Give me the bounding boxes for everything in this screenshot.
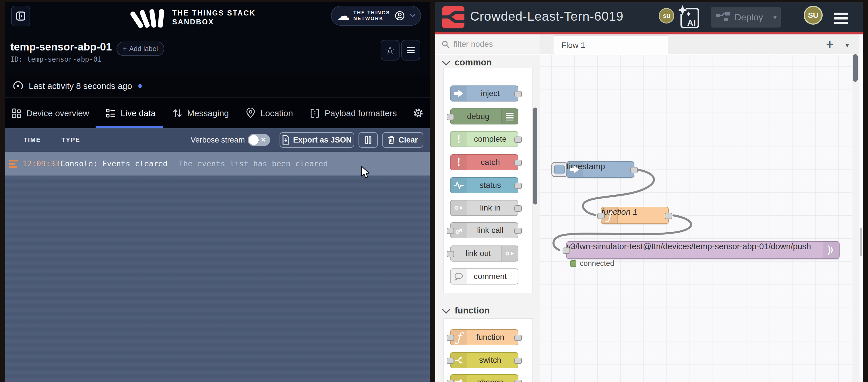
event-message: The events list has been cleared [179, 159, 328, 168]
input-port[interactable] [446, 358, 454, 364]
add-label-button[interactable]: + Add label [117, 42, 164, 56]
palette-category-common[interactable]: common [435, 56, 539, 69]
bang-icon: ! [451, 155, 467, 170]
input-port[interactable] [446, 380, 454, 382]
palette-category-function[interactable]: function [435, 304, 539, 317]
account-menu-button[interactable]: ☁ THE THINGS NETWORK [331, 6, 421, 26]
mouse-cursor [361, 166, 370, 179]
palette-node-link-call[interactable]: link call [450, 222, 518, 238]
input-port[interactable] [446, 251, 454, 257]
bang-icon: ! [451, 132, 467, 146]
sidebar-toggle-button[interactable] [11, 6, 30, 26]
output-port[interactable] [515, 183, 522, 189]
sparkle-icon [678, 5, 687, 15]
tab-payload-formatters[interactable]: Payload formatters [310, 108, 397, 118]
tab-messaging[interactable]: Messaging [172, 108, 229, 118]
palette-node-function[interactable]: ƒfunction [450, 329, 518, 345]
header-accent-bar [435, 32, 863, 34]
device-menu-button[interactable] [401, 40, 420, 61]
palette-node-link-in[interactable]: link in [450, 200, 518, 216]
nodered-logo [442, 6, 464, 28]
flow-list-caret[interactable]: ▾ [845, 41, 849, 49]
bookmark-button[interactable]: ☆ [381, 40, 400, 61]
event-stream-icon [9, 158, 19, 169]
broadcast-icon [12, 80, 24, 92]
palette-node-status[interactable]: status [450, 177, 518, 193]
gear-icon [412, 107, 424, 119]
flow-canvas[interactable]: connected timestampƒfunction 1v3/lwn-sim… [540, 55, 852, 382]
device-settings-button[interactable] [412, 107, 424, 120]
output-port[interactable] [665, 213, 672, 219]
mqtt-status: connected [570, 259, 614, 268]
output-port[interactable] [515, 335, 522, 341]
pause-stream-button[interactable] [359, 132, 378, 148]
filter-nodes-input[interactable] [453, 39, 532, 49]
tab-live-data[interactable]: Live data [105, 108, 156, 118]
clear-events-button[interactable]: Clear [382, 132, 423, 148]
flow-node-v3-lwn-simulator-test-ttn-devices-temp-sensor-abp-01-down-push[interactable]: v3/lwn-simulator-test@ttn/devices/temp-s… [566, 241, 840, 259]
input-port[interactable] [446, 335, 454, 341]
arrow-icon [451, 86, 467, 101]
ai-label: AI [687, 18, 696, 28]
output-port[interactable] [515, 160, 522, 166]
deploy-label: Deploy [735, 12, 763, 23]
pause-icon [365, 136, 371, 144]
output-port[interactable] [515, 380, 522, 382]
output-port[interactable] [515, 205, 522, 212]
canvas-scrollbar-thumb[interactable] [853, 54, 858, 82]
activity-indicator-dot [138, 84, 142, 88]
add-flow-button[interactable]: + [826, 37, 834, 51]
deploy-options-caret[interactable]: ▾ [769, 11, 777, 23]
main-menu-button[interactable] [834, 10, 848, 26]
device-tab-bar: Device overview Live data Messaging [5, 98, 430, 128]
output-port[interactable] [630, 167, 638, 173]
node-label: link call [467, 223, 514, 238]
input-port[interactable] [446, 228, 454, 234]
output-port[interactable] [515, 228, 522, 234]
input-port[interactable] [597, 213, 605, 219]
palette-node-inject[interactable]: inject [450, 85, 518, 102]
node-palette: commoninjectdebug!complete!catchstatusli… [435, 55, 540, 382]
canvas-scrollbar-track[interactable] [852, 55, 859, 382]
verbose-stream-toggle[interactable]: ✕ [248, 134, 270, 146]
tab-location[interactable]: Location [245, 108, 293, 118]
palette-node-complete[interactable]: !complete [450, 131, 518, 147]
palette-node-catch[interactable]: !catch [450, 154, 518, 170]
window-scrollbar-thumb[interactable] [860, 228, 862, 256]
palette-node-comment[interactable]: comment [450, 269, 518, 284]
flow-node-function-1[interactable]: ƒfunction 1 [601, 207, 669, 224]
export-json-button[interactable]: Export as JSON [280, 132, 354, 148]
palette-scrollbar-thumb[interactable] [533, 108, 537, 205]
output-port[interactable] [515, 137, 522, 143]
node-label: inject [467, 86, 514, 101]
ttn-logo-line2: SANDBOX [172, 18, 256, 26]
input-port[interactable] [563, 247, 570, 254]
deploy-button[interactable]: Deploy ▾ [711, 7, 781, 28]
palette-node-debug[interactable]: debug [450, 108, 518, 125]
input-port[interactable] [446, 114, 454, 120]
node-label: switch [467, 353, 514, 368]
toggle-knob [249, 135, 259, 145]
column-header-type: TYPE [61, 136, 80, 144]
palette-node-change[interactable]: change [450, 374, 518, 382]
output-port[interactable] [515, 91, 522, 97]
palette-node-list [443, 318, 533, 382]
output-port[interactable] [515, 358, 522, 364]
arrow-icon [567, 162, 583, 177]
node-label: debug [455, 109, 502, 124]
ai-assistant-button[interactable]: AI [678, 5, 702, 30]
flow-tab[interactable]: Flow 1 [553, 36, 668, 55]
palette-node-link-out[interactable]: link out [450, 245, 518, 262]
trash-icon [388, 136, 395, 144]
chevron-down-icon [442, 58, 450, 66]
flow-node-timestamp[interactable]: timestamp [566, 161, 634, 178]
user-badge-large[interactable]: SU [804, 6, 823, 25]
inject-trigger-button[interactable] [551, 162, 567, 177]
window-scrollbar-track[interactable] [859, 34, 863, 382]
user-badge-small[interactable]: su [659, 8, 674, 24]
palette-node-switch[interactable]: switch [450, 352, 518, 368]
linkout-icon [501, 246, 518, 261]
nodered-subheader: Flow 1 + ▾ [435, 34, 863, 55]
cloud-icon: ☁ [337, 9, 350, 22]
tab-device-overview[interactable]: Device overview [11, 108, 89, 118]
